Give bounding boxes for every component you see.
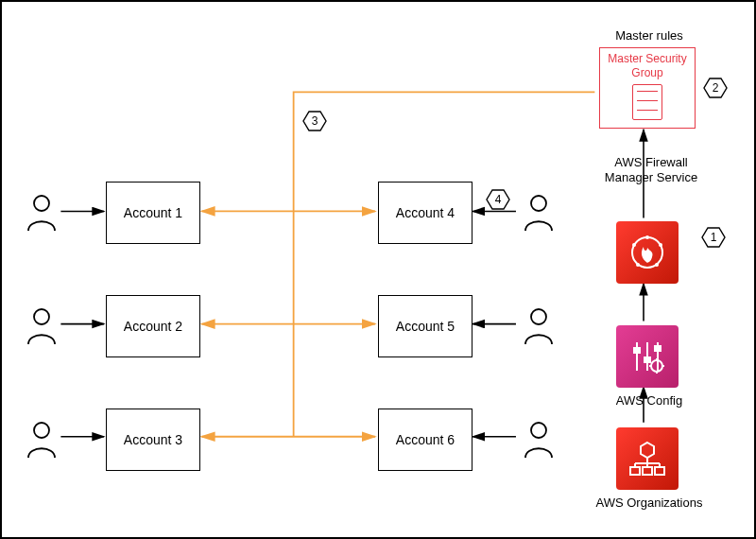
svg-rect-39 — [655, 467, 664, 475]
svg-point-15 — [531, 196, 546, 211]
callout-num: 1 — [711, 231, 717, 244]
account-5-box: Account 5 — [378, 295, 472, 357]
account-label: Account 5 — [396, 319, 455, 334]
user-icon — [25, 306, 59, 346]
user-icon — [522, 193, 556, 233]
svg-point-13 — [34, 309, 49, 324]
aws-config-icon — [616, 325, 679, 388]
user-icon — [522, 420, 556, 460]
user-icon — [25, 420, 59, 460]
rules-list-icon — [632, 84, 662, 120]
account-label: Account 4 — [396, 205, 455, 220]
callout-4: 4 — [486, 189, 510, 210]
svg-point-21 — [632, 243, 636, 247]
account-1-box: Account 1 — [106, 182, 200, 244]
svg-marker-31 — [641, 443, 654, 458]
svg-point-17 — [531, 423, 546, 438]
callout-num: 4 — [495, 193, 502, 206]
svg-rect-38 — [643, 467, 652, 475]
account-label: Account 2 — [124, 319, 182, 334]
svg-point-20 — [659, 243, 662, 247]
svg-point-19 — [645, 235, 649, 239]
account-6-box: Account 6 — [378, 409, 472, 471]
svg-rect-28 — [644, 357, 650, 362]
aws-organizations-icon — [616, 427, 679, 490]
svg-point-22 — [636, 263, 640, 267]
firewall-manager-icon — [616, 221, 679, 284]
aws-config-label: AWS Config — [607, 393, 692, 409]
aws-organizations-label: AWS Organizations — [588, 496, 711, 511]
svg-point-12 — [34, 196, 49, 211]
svg-point-16 — [531, 309, 546, 324]
svg-rect-29 — [655, 346, 661, 351]
account-label: Account 3 — [124, 432, 182, 447]
diagram-canvas: Account 1 Account 2 Account 3 Account 4 … — [0, 0, 756, 539]
callout-2: 2 — [703, 78, 728, 98]
user-icon — [522, 306, 556, 346]
account-label: Account 6 — [396, 432, 455, 447]
svg-rect-27 — [634, 348, 640, 353]
callout-3: 3 — [302, 111, 327, 131]
callout-num: 2 — [713, 81, 719, 95]
master-security-group-title: Master Security Group — [600, 48, 695, 80]
svg-point-23 — [655, 263, 659, 267]
account-4-box: Account 4 — [378, 182, 472, 244]
account-3-box: Account 3 — [106, 409, 200, 471]
master-security-group-box: Master Security Group — [599, 47, 696, 129]
svg-rect-37 — [630, 467, 640, 475]
svg-point-14 — [34, 423, 49, 438]
master-rules-label: Master rules — [607, 28, 692, 43]
callout-num: 3 — [312, 114, 318, 128]
account-2-box: Account 2 — [106, 295, 200, 357]
fms-label: AWS Firewall Manager Service — [599, 155, 703, 184]
user-icon — [25, 193, 59, 233]
callout-1: 1 — [701, 227, 726, 248]
account-label: Account 1 — [124, 205, 182, 220]
